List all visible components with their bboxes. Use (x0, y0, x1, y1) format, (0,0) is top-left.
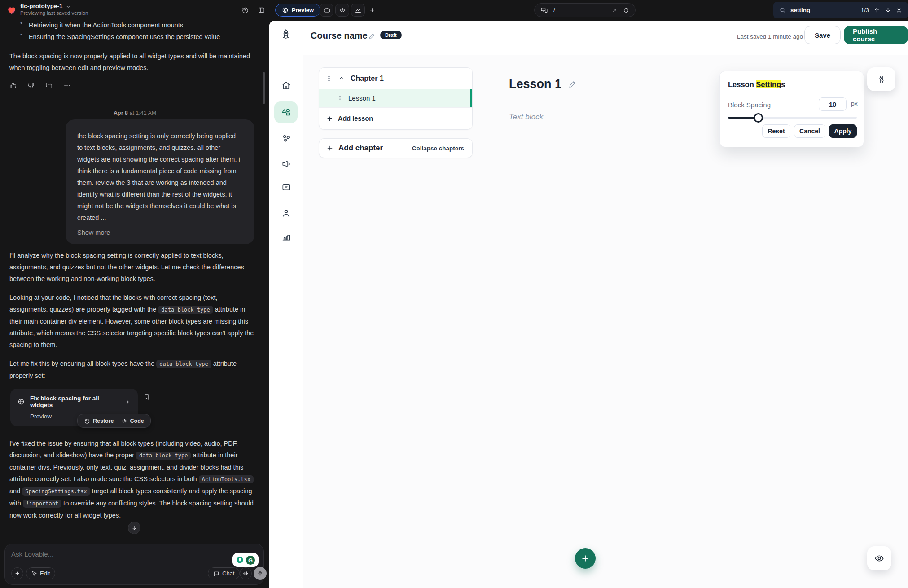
previous-match-icon[interactable] (873, 7, 880, 13)
plus-icon (14, 570, 20, 576)
preview-mode-button[interactable] (867, 546, 891, 570)
drag-handle-icon[interactable] (337, 95, 343, 101)
assistant-paragraph: I've fixed the issue by ensuring that al… (9, 438, 256, 521)
code-view-button[interactable] (335, 4, 349, 17)
url-path[interactable]: / (553, 7, 606, 13)
lesson-settings-panel: Lesson Settings Block Spacing px Reset C… (719, 71, 864, 147)
collapse-chapter-icon[interactable] (338, 75, 345, 82)
chat-scrollbar[interactable] (263, 72, 265, 104)
timestamp-time: at 1:41 AM (129, 110, 156, 116)
settings-title-suffix: s (781, 80, 785, 88)
search-icon (779, 7, 786, 13)
bookmark-icon[interactable] (143, 393, 150, 401)
attach-button[interactable] (11, 567, 23, 579)
lesson-title: Lesson 1 (509, 77, 561, 91)
settings-toggle-button[interactable] (867, 67, 895, 91)
app-preview: Course name Draft Last saved 1 minute ag… (269, 21, 908, 588)
edit-label: Edit (40, 570, 50, 577)
add-chapter-button[interactable]: Add chapter (338, 144, 383, 153)
bullet-dot: • (20, 19, 22, 31)
scroll-to-bottom-button[interactable] (128, 522, 140, 534)
sidebar-item-content-active[interactable] (274, 101, 298, 123)
voice-input-button[interactable] (240, 567, 252, 579)
thumbs-down-icon[interactable] (27, 82, 35, 89)
apply-label: Apply (834, 127, 852, 135)
sliders-icon (877, 75, 886, 84)
project-name[interactable]: flc-prototype-1 (20, 3, 63, 9)
list-item: • Ensuring the SpacingSettings component… (20, 31, 254, 43)
sidebar-item-profile[interactable] (281, 208, 291, 218)
show-more-link[interactable]: Show more (77, 229, 243, 236)
code-icon (121, 418, 127, 424)
edit-course-name-icon[interactable] (368, 32, 376, 40)
sidebar-item-community[interactable] (281, 133, 291, 144)
message-timestamp: Apr 8 at 1:41 AM (114, 110, 156, 116)
history-icon[interactable] (241, 6, 249, 14)
assistant-paragraph: Let me fix this by ensuring all block ty… (9, 358, 254, 382)
sidebar-item-home[interactable] (281, 80, 291, 91)
panel-toggle-icon[interactable] (258, 6, 265, 14)
preview-button[interactable]: Preview (275, 4, 320, 17)
send-button[interactable] (254, 567, 267, 580)
block-spacing-slider[interactable] (728, 117, 857, 119)
edit-mode-button[interactable]: Edit (26, 567, 55, 579)
version-card-title: Fix block spacing for all widgets (30, 395, 119, 408)
app-sidebar (269, 21, 303, 588)
more-options-icon[interactable] (63, 82, 71, 89)
next-match-icon[interactable] (885, 7, 891, 13)
add-lesson-button[interactable]: Add lesson (319, 107, 472, 129)
block-spacing-input[interactable] (819, 97, 847, 111)
lesson-list-item[interactable]: Lesson 1 (319, 89, 472, 107)
drag-handle-icon[interactable] (326, 75, 332, 82)
list-item: • Retrieving it when the ActionTools com… (20, 19, 254, 31)
code-icon (339, 7, 346, 14)
cloud-icon (323, 7, 330, 14)
sidebar-item-inbox[interactable] (281, 182, 291, 193)
last-saved-text: Last saved 1 minute ago (737, 33, 803, 40)
grammarly-widget[interactable]: G (232, 553, 259, 567)
chevron-down-icon[interactable] (66, 4, 71, 9)
bullet-text: Ensuring the SpacingSettings component u… (29, 31, 220, 43)
edit-lesson-title-icon[interactable] (568, 80, 577, 88)
eye-icon (874, 553, 884, 563)
chapter-header-row: Chapter 1 (319, 68, 472, 89)
course-title: Course name (311, 31, 368, 41)
inline-code: data-block-type (136, 452, 191, 460)
apply-button[interactable]: Apply (829, 124, 857, 138)
search-query[interactable]: setting (790, 7, 810, 13)
globe-icon (282, 7, 289, 13)
settings-title-highlighted: Setting (756, 80, 781, 88)
sidebar-item-analytics[interactable] (281, 232, 291, 242)
add-tab-icon[interactable] (369, 7, 376, 13)
close-search-icon[interactable] (896, 7, 902, 13)
code-label: Code (130, 418, 144, 424)
chat-mode-button[interactable]: Chat (208, 567, 240, 579)
line-chart-icon (355, 7, 362, 14)
publish-label: Publish course (853, 27, 899, 43)
app-logo[interactable] (269, 21, 303, 48)
add-chapter-card: Add chapter Collapse chapters (319, 138, 473, 158)
text-block-placeholder[interactable]: Text block (509, 113, 543, 122)
cancel-button[interactable]: Cancel (794, 124, 825, 138)
chapter-title: Chapter 1 (351, 75, 384, 83)
add-block-fab[interactable] (575, 548, 596, 569)
collapse-chapters-button[interactable]: Collapse chapters (412, 145, 464, 152)
save-button[interactable]: Save (804, 26, 841, 44)
sidebar-item-announcements[interactable] (281, 159, 291, 169)
cloud-button[interactable] (320, 4, 333, 17)
copy-icon[interactable] (45, 82, 53, 89)
preview-url-bar[interactable]: / (534, 3, 636, 17)
lovable-logo-icon[interactable] (7, 5, 17, 15)
reset-button[interactable]: Reset (762, 124, 790, 138)
refresh-icon[interactable] (623, 7, 629, 13)
open-external-icon[interactable] (612, 7, 618, 13)
publish-course-button[interactable]: Publish course (844, 26, 908, 44)
analytics-button[interactable] (351, 4, 365, 17)
chat-input[interactable] (11, 550, 146, 558)
code-button[interactable]: Code (121, 418, 144, 424)
slider-thumb[interactable] (754, 113, 763, 123)
user-message-text: the block spacing setting is only correc… (77, 130, 243, 224)
thumbs-up-icon[interactable] (9, 82, 17, 89)
restore-button[interactable]: Restore (84, 418, 114, 424)
arrow-down-icon (131, 525, 137, 531)
